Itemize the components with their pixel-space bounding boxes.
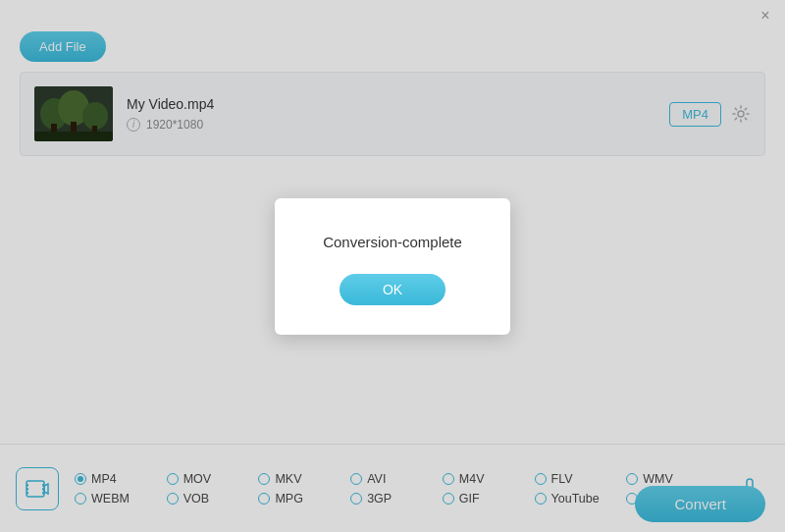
ok-button[interactable]: OK [340,274,445,305]
dialog-overlay: Conversion-complete OK [0,0,785,532]
dialog-box: Conversion-complete OK [275,198,510,335]
dialog-message: Conversion-complete [323,234,462,250]
